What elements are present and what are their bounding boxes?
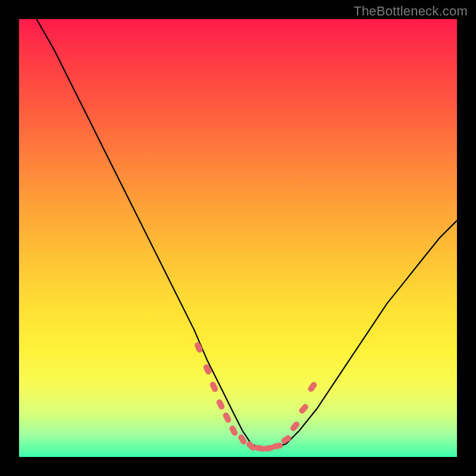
curve-path	[36, 19, 457, 448]
curve-layer	[19, 19, 457, 457]
plot-area	[19, 19, 457, 457]
highlight-markers	[193, 342, 318, 452]
marker-pill	[228, 425, 239, 437]
marker-pill	[307, 381, 318, 393]
marker-pill	[222, 412, 232, 424]
chart-frame: TheBottleneck.com	[0, 0, 476, 476]
marker-pill	[271, 442, 283, 450]
marker-pill	[215, 398, 226, 411]
watermark-text: TheBottleneck.com	[353, 4, 468, 19]
marker-pill	[298, 403, 309, 415]
marker-pill	[209, 381, 219, 393]
marker-pill	[202, 364, 212, 376]
bottleneck-curve	[36, 19, 457, 448]
